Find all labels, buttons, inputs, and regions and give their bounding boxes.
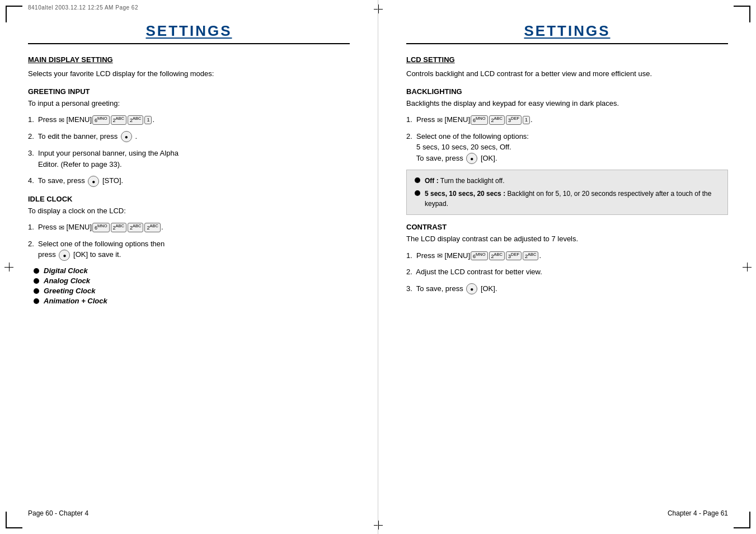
key-r-6mn-2: 6MNO [471, 251, 488, 261]
note-dot-1 [415, 177, 420, 183]
idle-clock-heading: IDLE CLOCK [28, 195, 350, 203]
backlighting-notes: Off : Turn the backlight off. 5 secs, 10… [406, 170, 728, 215]
phone-icon-4: ✉ [437, 251, 443, 261]
idle-clock-bullets: Digital Clock Analog Clock Greeting Cloc… [34, 266, 350, 305]
ok-key-2: ● [88, 176, 99, 187]
lcd-setting-heading: LCD SETTING [406, 55, 728, 64]
key-2abc-5: 2ABC [144, 223, 160, 232]
note-secs: 5 secs, 10 secs, 20 secs : Backlight on … [415, 189, 720, 209]
key-1: 1 [144, 116, 152, 124]
note-off-text: Off : Turn the backlight off. [425, 176, 505, 186]
key-r-3def-1: 3DEF [506, 115, 522, 125]
key-6mn: 6MNO [92, 115, 110, 125]
bullet-greeting-clock: Greeting Clock [34, 287, 350, 295]
left-page-title: SETTINGS [28, 22, 350, 40]
greeting-step-1: 1. Press ✉ [MENU]6MNO2ABC2ABC1. [28, 114, 350, 125]
bullet-dot-1 [34, 268, 39, 274]
left-page: SETTINGS MAIN DISPLAY SETTING Selects yo… [0, 0, 378, 534]
key-r-1: 1 [523, 116, 530, 124]
greeting-step-3: 3. Input your personal banner, using the… [28, 148, 350, 170]
right-page-title: SETTINGS [406, 22, 728, 40]
phone-icon-2: ✉ [59, 223, 64, 233]
bullet-dot-3 [34, 288, 39, 294]
ok-key-5: ● [466, 283, 477, 294]
note-off: Off : Turn the backlight off. [415, 176, 720, 186]
key-2abc-4: 2ABC [128, 223, 143, 232]
ok-key-1: ● [121, 131, 132, 142]
bullet-dot-4 [34, 298, 39, 304]
backlighting-step-1: 1. Press ✉ [MENU]6MNO2ABC3DEF1. [406, 114, 728, 125]
greeting-input-heading: GREETING INPUT [28, 87, 350, 96]
key-r-6mn: 6MNO [471, 115, 488, 125]
note-dot-2 [415, 190, 420, 196]
key-r-3def-2: 3DEF [506, 251, 522, 261]
contrast-step-3: 3. To save, press ● [OK]. [406, 283, 728, 295]
bullet-animation-clock: Animation + Clock [34, 297, 350, 305]
note-secs-text: 5 secs, 10 secs, 20 secs : Backlight on … [425, 189, 720, 209]
key-r-2abc-3: 2ABC [523, 251, 538, 261]
key-r-2abc-1: 2ABC [489, 115, 505, 125]
greeting-step-4: 4. To save, press ● [STO]. [28, 175, 350, 187]
key-r-2abc-2: 2ABC [489, 251, 505, 261]
greeting-step-2: 2. To edit the banner, press ● . [28, 131, 350, 143]
bullet-digital-clock: Digital Clock [34, 266, 350, 275]
right-page-footer: Chapter 4 - Page 61 [668, 509, 728, 517]
left-title-underline [28, 43, 350, 44]
lcd-setting-description: Controls backlight and LCD contrast for … [406, 68, 728, 79]
key-2abc-3: 2ABC [111, 223, 126, 232]
bullet-dot-2 [34, 278, 39, 284]
contrast-intro: The LCD display contrast can be adjusted… [406, 233, 728, 245]
left-page-footer: Page 60 - Chapter 4 [28, 509, 88, 517]
phone-icon-3: ✉ [437, 115, 443, 125]
contrast-step-1: 1. Press ✉ [MENU]6MNO2ABC3DEF2ABC. [406, 250, 728, 261]
contrast-step-2: 2. Adjust the LCD contrast for better vi… [406, 266, 728, 278]
phone-icon-1: ✉ [59, 115, 64, 125]
bullet-analog-clock: Analog Clock [34, 277, 350, 285]
idle-clock-step-2: 2. Select one of the following options t… [28, 238, 350, 261]
idle-clock-intro: To display a clock on the LCD: [28, 205, 350, 217]
backlighting-step-2: 2. Select one of the following options: … [406, 131, 728, 165]
ok-key-4: ● [466, 153, 477, 164]
right-page: SETTINGS LCD SETTING Controls backlight … [378, 0, 756, 534]
key-6mn-2: 6MNO [92, 223, 110, 232]
right-title-underline [406, 43, 728, 44]
idle-clock-step-1: 1. Press ✉ [MENU]6MNO2ABC2ABC2ABC. [28, 222, 350, 233]
main-display-heading: MAIN DISPLAY SETTING [28, 55, 350, 64]
main-display-description: Selects your favorite LCD display for th… [28, 68, 350, 79]
key-2abc-2: 2ABC [128, 115, 143, 125]
greeting-intro: To input a personal greeting: [28, 98, 350, 109]
contrast-heading: CONTRAST [406, 223, 728, 231]
key-2abc-1: 2ABC [111, 115, 126, 125]
ok-key-3: ● [59, 250, 70, 261]
backlighting-heading: BACKLIGHTING [406, 87, 728, 96]
backlighting-intro: Backlights the display and keypad for ea… [406, 98, 728, 109]
